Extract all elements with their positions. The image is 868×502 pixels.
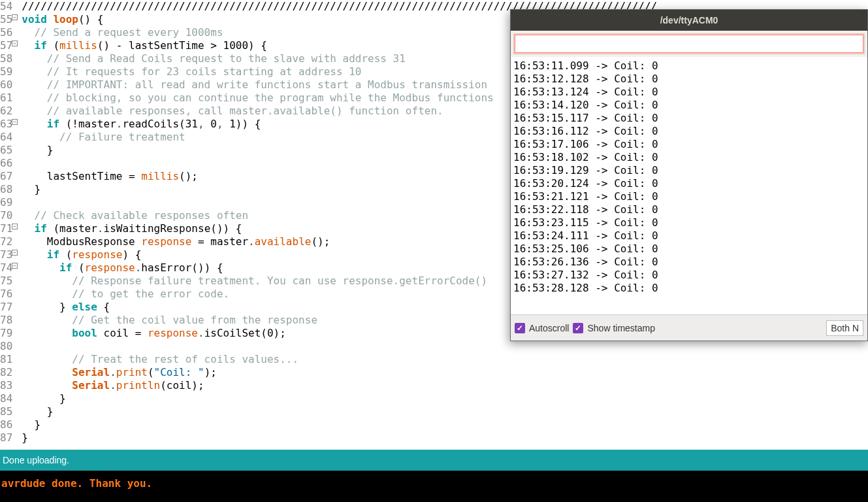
code-line[interactable]: } (22, 418, 868, 431)
line-number: 71 (0, 222, 12, 235)
line-number: 66 (0, 157, 12, 170)
fold-icon[interactable] (12, 224, 18, 229)
line-number: 81 (0, 353, 12, 366)
line-number: 56 (0, 26, 12, 39)
serial-output-line: 16:53:20.124 -> Coil: 0 (513, 177, 865, 190)
code-line[interactable]: // Treat the rest of coils values... (22, 353, 868, 366)
line-number: 62 (0, 105, 12, 118)
console-output[interactable]: avrdude done. Thank you. (0, 471, 868, 502)
serial-output-line: 16:53:11.099 -> Coil: 0 (513, 59, 865, 73)
timestamp-checkbox[interactable] (573, 323, 583, 333)
line-number: 64 (0, 131, 12, 144)
autoscroll-label: Autoscroll (529, 323, 569, 333)
line-number: 80 (0, 340, 12, 353)
serial-output-line: 16:53:12.128 -> Coil: 0 (513, 73, 865, 86)
line-number: 54 (0, 0, 12, 13)
serial-output-line: 16:53:14.120 -> Coil: 0 (513, 99, 865, 112)
serial-output-line: 16:53:19.129 -> Coil: 0 (513, 164, 865, 177)
line-number: 69 (0, 196, 12, 209)
line-number: 72 (0, 235, 12, 248)
line-number: 59 (0, 65, 12, 78)
line-number: 83 (0, 379, 12, 392)
line-number: 58 (0, 52, 12, 65)
line-number: 55 (0, 13, 12, 26)
console-line: avrdude done. Thank you. (1, 477, 152, 490)
serial-output-line: 16:53:23.115 -> Coil: 0 (513, 216, 865, 229)
status-bar: Done uploading. (0, 450, 868, 471)
code-line[interactable]: } (22, 405, 868, 418)
code-line[interactable]: Serial.print("Coil: "); (22, 366, 868, 379)
line-number-gutter: 5455565758596061626364656667686970717273… (0, 0, 15, 450)
line-number: 61 (0, 92, 12, 105)
line-number: 74 (0, 261, 12, 275)
line-number: 68 (0, 183, 12, 196)
line-number: 79 (0, 327, 12, 340)
fold-icon[interactable] (12, 263, 18, 269)
code-line[interactable] (22, 340, 868, 353)
line-number: 77 (0, 301, 12, 314)
line-number: 75 (0, 275, 12, 288)
serial-output-line: 16:53:21.121 -> Coil: 0 (513, 190, 865, 203)
serial-send-input[interactable] (515, 35, 863, 53)
line-number: 57 (0, 39, 12, 52)
line-number: 73 (0, 248, 12, 261)
line-number: 82 (0, 366, 12, 379)
code-line[interactable]: Serial.println(coil); (22, 379, 868, 392)
serial-output-line: 16:53:16.112 -> Coil: 0 (513, 125, 865, 138)
line-number: 70 (0, 209, 12, 222)
serial-output-line: 16:53:28.128 -> Coil: 0 (513, 282, 865, 295)
serial-output-line: 16:53:13.124 -> Coil: 0 (513, 86, 865, 99)
line-ending-select[interactable]: Both N (826, 320, 863, 336)
serial-output-line: 16:53:24.111 -> Coil: 0 (513, 229, 865, 243)
line-number: 85 (0, 405, 12, 418)
serial-input-row (511, 31, 867, 57)
serial-output-line: 16:53:17.106 -> Coil: 0 (513, 138, 865, 151)
line-number: 87 (0, 431, 12, 444)
serial-monitor-window[interactable]: /dev/ttyACM0 16:53:11.099 -> Coil: 016:5… (510, 9, 868, 341)
serial-output-line: 16:53:22.118 -> Coil: 0 (513, 203, 865, 216)
line-number: 65 (0, 144, 12, 157)
code-line[interactable]: } (22, 431, 868, 444)
line-number: 86 (0, 418, 12, 431)
serial-output-line: 16:53:25.106 -> Coil: 0 (513, 243, 865, 256)
serial-footer: Autoscroll Show timestamp Both N (511, 314, 867, 341)
autoscroll-checkbox[interactable] (515, 323, 525, 333)
line-number: 78 (0, 314, 12, 327)
status-text: Done uploading. (3, 455, 69, 465)
line-number: 60 (0, 78, 12, 92)
serial-output-line: 16:53:15.117 -> Coil: 0 (513, 112, 865, 125)
line-number: 63 (0, 118, 12, 131)
serial-output[interactable]: 16:53:11.099 -> Coil: 016:53:12.128 -> C… (511, 57, 867, 314)
serial-output-line: 16:53:27.132 -> Coil: 0 (513, 269, 865, 282)
timestamp-label: Show timestamp (587, 323, 654, 333)
line-number: 67 (0, 170, 12, 183)
line-number: 84 (0, 392, 12, 405)
fold-icon[interactable] (12, 14, 18, 20)
line-number: 76 (0, 288, 12, 301)
serial-output-line: 16:53:18.102 -> Coil: 0 (513, 151, 865, 164)
fold-icon[interactable] (12, 250, 18, 256)
serial-monitor-title: /dev/ttyACM0 (511, 10, 867, 31)
fold-icon[interactable] (12, 119, 18, 125)
code-line[interactable]: } (22, 392, 868, 405)
fold-icon[interactable] (12, 41, 18, 46)
serial-output-line: 16:53:26.136 -> Coil: 0 (513, 256, 865, 269)
